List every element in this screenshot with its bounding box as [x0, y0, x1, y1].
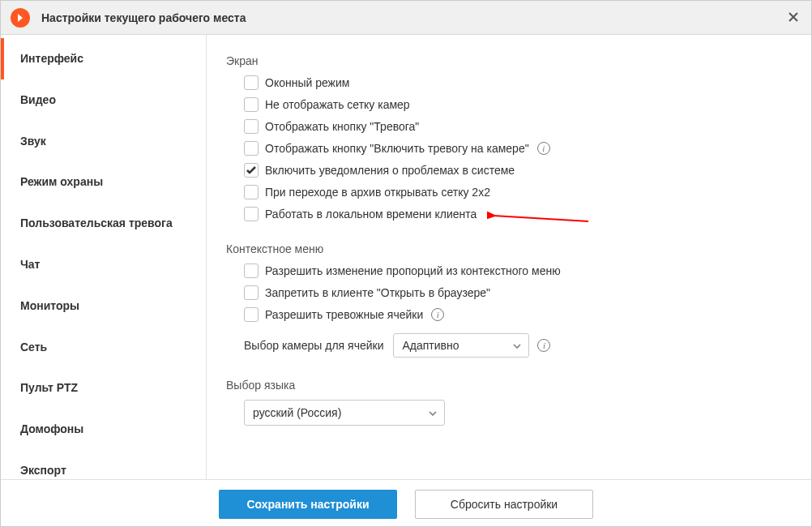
info-icon[interactable]: i [431, 308, 444, 321]
close-button[interactable] [785, 9, 801, 25]
screen-check-row-4: Включить уведомления о проблемах в систе… [244, 163, 792, 178]
screen-check-row-5: При переходе в архив открывать сетку 2x2 [244, 185, 792, 199]
sidebar-item-label: Режим охраны [20, 175, 103, 188]
screen-check-label-3: Отображать кнопку "Включить тревогу на к… [265, 142, 529, 155]
section-context: Контекстное меню Разрешить изменение про… [226, 242, 792, 358]
screen-check-label-0: Оконный режим [265, 76, 349, 89]
section-language: Выбор языка русский (Россия) [226, 379, 792, 426]
camera-select-value: Адаптивно [402, 339, 459, 352]
section-screen-title: Экран [226, 54, 792, 67]
chevron-down-icon [512, 339, 522, 352]
context-check-label-2: Разрешить тревожные ячейки [265, 308, 423, 321]
sidebar-item-label: Мониторы [20, 299, 79, 312]
section-context-title: Контекстное меню [226, 242, 792, 255]
chevron-down-icon [428, 406, 438, 419]
sidebar-item-4[interactable]: Пользовательская тревога [1, 203, 206, 244]
dialog-footer: Сохранить настройки Сбросить настройки [1, 479, 811, 527]
screen-check-checkbox-3[interactable] [244, 141, 259, 156]
sidebar-item-label: Видео [20, 93, 56, 106]
screen-check-row-3: Отображать кнопку "Включить тревогу на к… [244, 141, 792, 156]
screen-check-label-5: При переходе в архив открывать сетку 2x2 [265, 186, 490, 199]
app-logo-icon [11, 8, 30, 28]
sidebar-item-7[interactable]: Сеть [1, 327, 206, 368]
screen-check-label-4: Включить уведомления о проблемах в систе… [265, 164, 515, 177]
context-check-row-2: Разрешить тревожные ячейкиi [244, 307, 792, 322]
sidebar-item-0[interactable]: Интерфейс [1, 38, 206, 79]
section-language-title: Выбор языка [226, 379, 792, 392]
camera-select-row: Выбор камеры для ячейки Адаптивно i [244, 333, 792, 358]
screen-check-label-2: Отображать кнопку "Тревога" [265, 120, 419, 133]
screen-check-row-2: Отображать кнопку "Тревога" [244, 119, 792, 134]
save-button[interactable]: Сохранить настройки [219, 490, 397, 519]
sidebar: ИнтерфейсВидеоЗвукРежим охраныПользовате… [1, 35, 207, 479]
screen-check-row-1: Не отображать сетку камер [244, 97, 792, 112]
sidebar-item-label: Чат [20, 258, 40, 271]
sidebar-item-6[interactable]: Мониторы [1, 285, 206, 327]
sidebar-item-10[interactable]: Экспорт [1, 450, 206, 479]
screen-check-label-1: Не отображать сетку камер [265, 98, 410, 111]
context-check-row-0: Разрешить изменение пропорций из контекс… [244, 264, 792, 278]
screen-check-checkbox-0[interactable] [244, 75, 259, 90]
screen-check-label-6: Работать в локальном времени клиента [265, 208, 477, 221]
screen-check-row-0: Оконный режим [244, 75, 792, 90]
sidebar-item-label: Пользовательская тревога [20, 216, 173, 229]
main-area: ИнтерфейсВидеоЗвукРежим охраныПользовате… [1, 35, 811, 479]
context-check-checkbox-0[interactable] [244, 264, 259, 278]
sidebar-item-1[interactable]: Видео [1, 79, 206, 121]
screen-check-checkbox-6[interactable] [244, 207, 259, 221]
context-check-row-1: Запретить в клиенте "Открыть в браузере" [244, 285, 792, 300]
sidebar-item-8[interactable]: Пульт PTZ [1, 367, 206, 409]
screen-check-checkbox-2[interactable] [244, 119, 259, 134]
info-icon[interactable]: i [537, 339, 550, 352]
context-check-label-1: Запретить в клиенте "Открыть в браузере" [265, 286, 490, 299]
sidebar-item-5[interactable]: Чат [1, 244, 206, 285]
sidebar-item-label: Пульт PTZ [20, 381, 78, 394]
sidebar-item-3[interactable]: Режим охраны [1, 161, 206, 203]
sidebar-item-label: Сеть [20, 341, 47, 353]
sidebar-item-label: Звук [20, 135, 46, 148]
section-screen: Экран Оконный режимНе отображать сетку к… [226, 54, 792, 221]
language-select-value: русский (Россия) [253, 406, 341, 419]
sidebar-item-label: Экспорт [20, 464, 66, 477]
sidebar-item-2[interactable]: Звук [1, 121, 206, 162]
camera-select[interactable]: Адаптивно [393, 333, 529, 358]
language-select[interactable]: русский (Россия) [244, 400, 445, 426]
screen-check-checkbox-4[interactable] [244, 163, 259, 178]
screen-check-row-6: Работать в локальном времени клиента [244, 207, 792, 221]
context-check-label-0: Разрешить изменение пропорций из контекс… [265, 264, 561, 277]
content-pane: Экран Оконный режимНе отображать сетку к… [207, 35, 811, 479]
camera-select-label: Выбор камеры для ячейки [244, 339, 383, 352]
context-check-checkbox-1[interactable] [244, 285, 259, 300]
context-check-checkbox-2[interactable] [244, 307, 259, 322]
sidebar-item-label: Домофоны [20, 422, 83, 435]
sidebar-item-9[interactable]: Домофоны [1, 409, 206, 450]
reset-button[interactable]: Сбросить настройки [415, 490, 593, 519]
info-icon[interactable]: i [537, 142, 550, 155]
dialog-title: Настройки текущего рабочего места [41, 11, 246, 24]
dialog-header: Настройки текущего рабочего места [1, 1, 811, 35]
screen-check-checkbox-5[interactable] [244, 185, 259, 199]
screen-check-checkbox-1[interactable] [244, 97, 259, 112]
sidebar-item-label: Интерфейс [20, 52, 83, 65]
